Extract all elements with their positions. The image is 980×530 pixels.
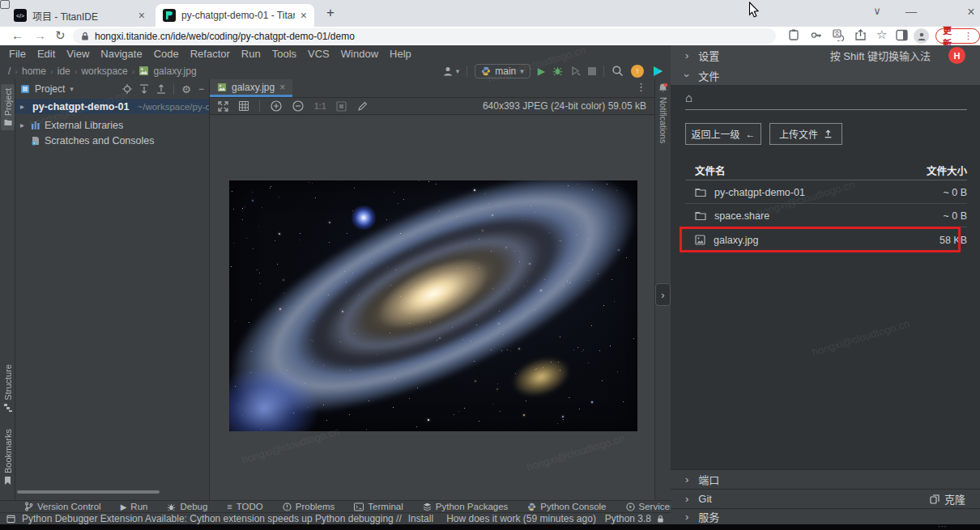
browser-menu-icon[interactable]: ⋮ (964, 31, 973, 41)
expand-panel-button[interactable]: › (655, 283, 671, 306)
window-close-button[interactable]: × (959, 5, 980, 19)
close-icon[interactable]: × (279, 82, 285, 93)
tool-button-services[interactable]: Services (626, 502, 675, 511)
browser-forward-button[interactable]: → (34, 28, 46, 42)
menu-refactor[interactable]: Refactor (185, 48, 236, 60)
breadcrumb-ide[interactable]: ide (58, 66, 70, 77)
zoom-in-icon[interactable] (271, 100, 282, 112)
search-icon[interactable] (611, 65, 624, 77)
tasks-icon[interactable] (788, 29, 799, 41)
zoom-out-icon[interactable] (292, 100, 304, 112)
browser-back-button[interactable]: ← (11, 28, 23, 42)
tool-button-version-control[interactable]: Version Control (24, 502, 101, 511)
new-tab-button[interactable]: + (322, 5, 339, 21)
tree-row-external-libraries[interactable]: ▸ External Libraries (15, 117, 209, 133)
tool-button-debug[interactable]: Debug (167, 502, 207, 511)
project-panel-title[interactable]: Project (35, 83, 65, 95)
stop-button[interactable] (588, 67, 596, 75)
python-interpreter[interactable]: Python 3.8 (605, 513, 651, 524)
how-does-it-work-link[interactable]: How does it work (59 minutes ago) (446, 513, 596, 524)
user-menu[interactable]: ▾ (442, 66, 460, 77)
breadcrumb-file[interactable]: galaxy.jpg (153, 66, 196, 77)
notifications-bell-icon[interactable] (658, 83, 668, 93)
ide-logo-icon[interactable] (651, 65, 664, 78)
file-row-folder[interactable]: py-chatgpt-demo-01 ~ 0 B (685, 180, 967, 204)
tool-button-bookmarks[interactable]: Bookmarks (1, 429, 15, 485)
breadcrumb-home[interactable]: home (22, 66, 46, 77)
clone-button[interactable]: 克隆 (930, 491, 965, 507)
menu-code[interactable]: Code (148, 48, 185, 60)
tool-button-python-packages[interactable]: Python Packages (423, 502, 509, 511)
address-bar[interactable]: hongxi.titanide.cn/ide/web/coding/py-cha… (73, 28, 776, 44)
menu-edit[interactable]: Edit (32, 48, 61, 60)
go-up-button[interactable]: 返回上一级 ← (685, 123, 761, 145)
lock-icon[interactable] (657, 515, 664, 524)
fit-to-window-icon[interactable] (218, 101, 228, 112)
translate-icon[interactable]: 文 (833, 29, 845, 41)
browser-tab-active[interactable]: py-chatgpt-demo-01 - TitanID × (156, 4, 314, 27)
hide-panel-icon[interactable]: − (198, 83, 204, 95)
tab-close-icon[interactable]: × (300, 10, 307, 21)
tool-button-project[interactable]: Project (1, 84, 15, 130)
file-row-folder[interactable]: space.share ~ 0 B (685, 204, 967, 227)
tree-row-project-root[interactable]: ▸ py-chatgpt-demo-01 ~/workspace/py-ch (15, 99, 209, 114)
section-header-ports[interactable]: › 端口 (671, 469, 980, 489)
side-panel-icon[interactable] (896, 29, 908, 41)
browser-tab-inactive[interactable]: </> 项目 - TitanIDE × (6, 4, 152, 27)
debug-button[interactable] (552, 66, 563, 76)
tree-row-scratches[interactable]: Scratches and Consoles (15, 133, 209, 148)
bookmark-star-icon[interactable]: ☆ (876, 28, 887, 42)
browser-profile-avatar[interactable] (914, 28, 929, 44)
browser-reload-button[interactable]: ↻ (55, 28, 66, 43)
expand-all-icon[interactable] (139, 84, 149, 94)
section-header-files[interactable]: › 文件 (671, 66, 980, 85)
edit-pencil-icon[interactable] (357, 101, 368, 112)
editor-tab-galaxy[interactable]: galaxy.jpg × (210, 79, 292, 97)
menu-vcs[interactable]: VCS (302, 48, 335, 60)
menu-tools[interactable]: Tools (266, 48, 302, 60)
window-icon[interactable] (6, 515, 15, 524)
menu-view[interactable]: View (61, 48, 95, 60)
locate-file-icon[interactable] (122, 84, 132, 94)
browser-update-button[interactable]: 更新 ⋮ (935, 28, 980, 44)
tool-button-problems[interactable]: Problems (283, 502, 335, 511)
tab-close-icon[interactable]: × (138, 10, 145, 21)
user-avatar[interactable]: H (948, 47, 965, 64)
window-minimize-button[interactable]: — (899, 5, 923, 18)
menu-help[interactable]: Help (384, 48, 417, 60)
menu-window[interactable]: Window (335, 48, 384, 60)
section-header-settings[interactable]: › 设置 按 Shift 键切换输入法 H (671, 45, 980, 66)
home-icon[interactable]: ⌂ (685, 91, 692, 104)
password-key-icon[interactable] (810, 29, 823, 41)
install-link[interactable]: Install (408, 513, 433, 524)
breadcrumb-workspace[interactable]: workspace (81, 66, 127, 77)
breadcrumb-root[interactable]: / (8, 66, 11, 77)
tool-button-structure[interactable]: Structure (1, 364, 15, 412)
menu-file[interactable]: File (3, 48, 32, 60)
tab-search-chevron-icon[interactable]: ∨ (865, 5, 889, 17)
upload-file-button[interactable]: 上传文件 (769, 123, 842, 145)
settings-gear-icon[interactable]: ⚙ (181, 83, 191, 95)
menu-run[interactable]: Run (236, 48, 266, 60)
coverage-button[interactable] (570, 66, 581, 76)
chevron-down-icon[interactable]: ▾ (70, 85, 74, 93)
tool-button-python-console[interactable]: Python Console (527, 502, 606, 511)
horizontal-scrollbar[interactable] (17, 490, 160, 494)
chevron-right-icon[interactable]: ▸ (20, 102, 24, 111)
actual-size-button[interactable]: 1:1 (314, 102, 326, 111)
run-button[interactable]: ▶ (538, 66, 545, 77)
section-header-services[interactable]: › 服务 (671, 508, 980, 524)
notifications-label[interactable]: Notifications (658, 97, 668, 143)
run-config-selector[interactable]: main ▾ (475, 64, 530, 78)
fit-zoom-icon[interactable] (336, 101, 347, 112)
menu-navigate[interactable]: Navigate (95, 48, 147, 60)
tool-button-todo[interactable]: ≡ TODO (227, 502, 262, 511)
update-available-badge[interactable]: ↑ (631, 65, 644, 78)
grid-icon[interactable] (239, 101, 249, 111)
chevron-right-icon[interactable]: ▸ (20, 121, 27, 129)
share-icon[interactable] (854, 29, 867, 41)
section-header-git[interactable]: › Git 克隆 (671, 489, 980, 508)
collapse-all-icon[interactable] (156, 84, 166, 94)
tool-button-run[interactable]: ▶ Run (121, 502, 148, 511)
tool-button-terminal[interactable]: Terminal (354, 502, 403, 511)
